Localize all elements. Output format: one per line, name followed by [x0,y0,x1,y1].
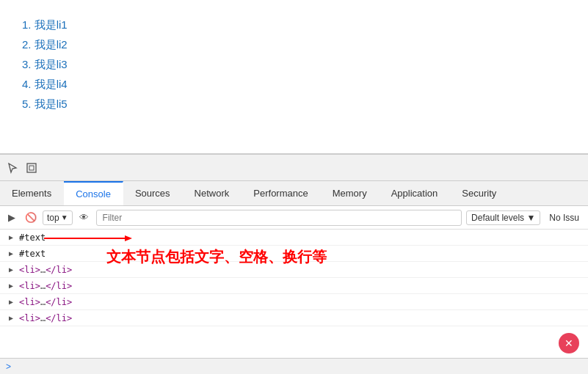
svg-marker-3 [125,235,132,241]
annotation-arrow [44,232,132,244]
node-tag-3: <li> [19,297,40,307]
eye-icon[interactable]: 👁 [77,210,92,225]
expand-arrow-1: ▶ [6,232,16,243]
bottom-bar: > [0,358,588,374]
node-tag-4: <li> [19,313,40,323]
node-tag-close-2: </li> [46,281,72,291]
node-tag-2: <li> [19,281,40,291]
filter-bar: ▶ 🚫 top ▼ 👁 Default levels ▼ No Issu [0,206,588,230]
cursor-icon[interactable] [4,160,21,176]
tab-application[interactable]: Application [380,181,451,205]
list-item-3: 3. 我是li3 [22,54,566,74]
fab-button[interactable]: ✕ [559,333,579,353]
play-icon[interactable]: ▶ [4,210,19,225]
node-ellipsis-4: … [40,313,46,323]
devtools-tabs: Elements Console Sources Network Perform… [0,181,588,206]
expand-arrow-4: ▶ [6,281,16,291]
tab-network[interactable]: Network [183,181,242,205]
console-row-text-1[interactable]: ▶ #text [0,230,588,246]
expand-arrow-6: ▶ [6,313,16,323]
annotation-text: 文本节点包括文字、空格、换行等 [106,247,327,267]
tab-memory[interactable]: Memory [321,181,380,205]
tab-security[interactable]: Security [450,181,509,205]
box-icon[interactable] [23,160,40,176]
context-label: top [47,213,59,223]
svg-rect-0 [27,164,36,172]
console-row-li-2[interactable]: ▶ <li> … </li> [0,278,588,294]
default-levels-dropdown[interactable]: Default levels ▼ [466,210,540,225]
tab-elements[interactable]: Elements [0,181,64,205]
node-text-2: #text [19,249,46,259]
context-selector[interactable]: top ▼ [43,210,73,225]
node-tag-close-1: </li> [46,265,72,275]
fab-icon: ✕ [565,337,573,349]
list-item-5: 5. 我是li5 [22,94,566,114]
node-text-1: #text [19,232,46,243]
node-ellipsis-3: … [40,297,46,307]
svg-rect-1 [29,166,34,170]
node-tag-1: <li> [19,265,40,275]
list-item-2: 2. 我是li2 [22,34,566,54]
console-content: ▶ #text 文本节点包括文字、空格、换行等 ▶ #text ▶ <li> …… [0,230,588,358]
node-ellipsis-1: … [40,265,46,275]
devtools-panel: Elements Console Sources Network Perform… [0,154,588,374]
tab-console[interactable]: Console [64,181,123,205]
tab-sources[interactable]: Sources [123,181,183,205]
expand-arrow-5: ▶ [6,297,16,307]
node-tag-close-4: </li> [46,313,72,323]
list-item-4: 4. 我是li4 [22,74,566,94]
node-tag-close-3: </li> [46,297,72,307]
devtools-toolbar [0,155,588,181]
console-row-li-3[interactable]: ▶ <li> … </li> [0,294,588,310]
expand-arrow-3: ▶ [6,265,16,275]
no-issues-label: No Issu [545,211,584,224]
ban-icon[interactable]: 🚫 [23,210,38,225]
context-dropdown-icon: ▼ [61,213,68,221]
console-row-li-4[interactable]: ▶ <li> … </li> [0,310,588,326]
console-prompt-icon[interactable]: > [6,362,11,372]
main-content: 1. 我是li1 2. 我是li2 3. 我是li3 4. 我是li4 5. 我… [0,0,588,154]
tab-performance[interactable]: Performance [242,181,320,205]
expand-arrow-2: ▶ [6,249,16,259]
filter-input[interactable] [96,210,462,226]
list-item-1: 1. 我是li1 [22,15,566,34]
node-ellipsis-2: … [40,281,46,291]
